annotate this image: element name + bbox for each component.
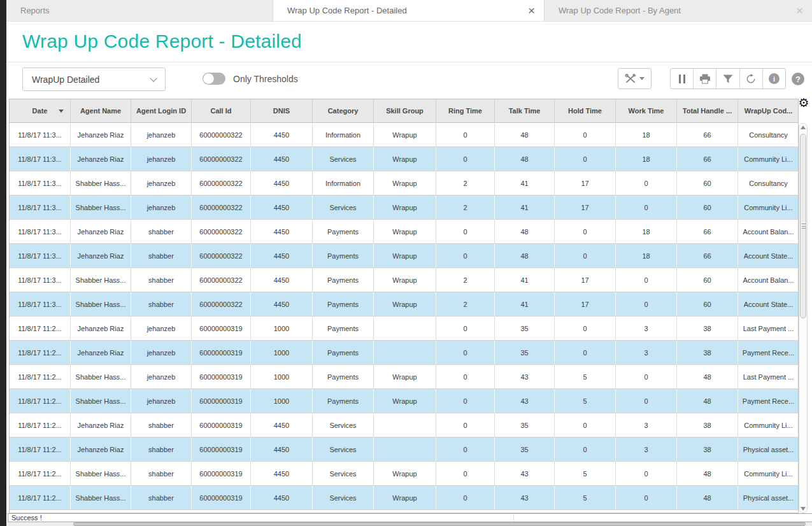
table-cell: Payments	[313, 365, 374, 389]
column-header-work-time[interactable]: Work Time	[616, 99, 677, 123]
column-header-agent-name[interactable]: Agent Name	[71, 99, 131, 123]
column-header-hold-time[interactable]: Hold Time	[555, 99, 616, 123]
table-cell: 17	[555, 171, 616, 195]
column-header-category[interactable]: Category	[313, 99, 374, 123]
pause-button[interactable]	[671, 69, 694, 89]
table-cell: Shabber Hass...	[71, 195, 131, 220]
table-row[interactable]: 11/8/17 11:2...Shabber Hass...shabber600…	[10, 462, 799, 486]
table-cell: 66	[677, 220, 738, 244]
column-header-skill-group[interactable]: Skill Group	[374, 99, 436, 123]
table-cell: Consultancy	[738, 171, 799, 195]
table-row[interactable]: 11/8/17 11:2...Shabber Hass...jehanzeb60…	[10, 389, 799, 413]
table-row[interactable]: 11/8/17 11:2...Shabber Hass...jehanzeb60…	[10, 365, 799, 389]
tools-icon	[625, 74, 636, 83]
table-row[interactable]: 11/8/17 11:3...Jehanzeb Riazshabber60000…	[10, 244, 799, 268]
horizontal-scrollbar[interactable]	[6, 522, 812, 526]
table-row[interactable]: 11/8/17 11:2...Jehanzeb Riazshabber60000…	[10, 437, 799, 462]
table-row[interactable]: 11/8/17 11:3...Jehanzeb Riazshabber60000…	[10, 220, 799, 244]
table-cell: 43	[495, 389, 555, 413]
scroll-down-arrow-icon[interactable]	[801, 507, 806, 511]
column-header-wrapup-cod[interactable]: WrapUp Cod...	[738, 99, 799, 123]
table-cell: 66	[677, 147, 738, 171]
table-row[interactable]: 11/8/17 11:3...Jehanzeb Riazjehanzeb6000…	[10, 147, 799, 171]
column-header-total-handle[interactable]: Total Handle ...	[677, 99, 738, 123]
column-header-date[interactable]: Date	[10, 99, 71, 123]
column-settings-gear-icon[interactable]	[797, 96, 811, 110]
table-cell: Payments	[313, 341, 374, 365]
divider	[6, 62, 812, 62]
table-cell: Wrapup	[374, 244, 436, 268]
table-cell: Shabber Hass...	[71, 462, 131, 486]
table-row[interactable]: 11/8/17 11:2...Jehanzeb Riazjehanzeb6000…	[10, 316, 799, 341]
table-cell: 3	[616, 316, 677, 341]
scroll-up-arrow-icon[interactable]	[801, 125, 806, 129]
table-cell: 35	[495, 316, 555, 341]
tab-reports[interactable]: Reports	[6, 0, 273, 21]
toggle-knob	[203, 73, 214, 84]
status-text: Success !	[11, 514, 42, 522]
table-cell: 17	[555, 292, 616, 316]
table-cell: Wrapup	[374, 123, 436, 147]
table-row[interactable]: 11/8/17 11:3...Shabber Hass...jehanzeb60…	[10, 171, 799, 195]
table-row[interactable]: 11/8/17 11:3...Shabber Hass...jehanzeb60…	[10, 195, 799, 220]
vertical-scrollbar-thumb[interactable]	[800, 134, 806, 318]
column-header-talk-time[interactable]: Talk Time	[495, 99, 555, 123]
table-cell: shabber	[131, 486, 192, 510]
table-cell: Services	[313, 147, 374, 171]
table-cell: Information	[313, 171, 374, 195]
table-row[interactable]: 11/8/17 11:2...Shabber Hass...shabber600…	[10, 486, 799, 510]
table-cell: Community Li...	[738, 462, 799, 486]
table-cell: 11/8/17 11:3...	[10, 292, 71, 316]
table-cell: 5	[555, 365, 616, 389]
table-row[interactable]: 11/8/17 11:3...Shabber Hass...shabber600…	[10, 268, 799, 292]
table-cell: 60000000319	[192, 486, 251, 510]
table-cell: Payments	[313, 244, 374, 268]
column-header-ring-time[interactable]: Ring Time	[436, 99, 495, 123]
column-header-dnis[interactable]: DNIS	[251, 99, 313, 123]
close-icon[interactable]: ×	[796, 4, 803, 17]
table-row[interactable]: 11/8/17 11:3...Shabber Hass...shabber600…	[10, 292, 799, 316]
table-header-row: DateAgent NameAgent Login IDCall IdDNISC…	[10, 99, 799, 123]
column-header-label: Category	[328, 107, 359, 115]
table-cell: 38	[677, 316, 738, 341]
table-cell: 60000000319	[192, 437, 251, 462]
column-header-label: Agent Name	[80, 107, 121, 115]
tab-wrapup-by-agent[interactable]: Wrap Up Code Report - By Agent ×	[545, 0, 812, 21]
table-cell: 0	[555, 437, 616, 462]
print-button[interactable]	[694, 69, 716, 89]
table-cell: jehanzeb	[131, 147, 192, 171]
table-cell: Wrapup	[374, 268, 436, 292]
table-row[interactable]: 11/8/17 11:2...Jehanzeb Riazjehanzeb6000…	[10, 341, 799, 365]
table-cell: 0	[555, 341, 616, 365]
only-thresholds-toggle[interactable]	[203, 73, 225, 85]
table-cell: Community Li...	[738, 413, 799, 437]
table-cell: Jehanzeb Riaz	[71, 341, 131, 365]
table-cell: jehanzeb	[131, 389, 192, 413]
horizontal-scrollbar-thumb[interactable]	[73, 522, 806, 526]
report-tools-button[interactable]	[618, 68, 652, 89]
refresh-button[interactable]	[740, 69, 763, 89]
table-cell: Shabber Hass...	[71, 389, 131, 413]
table-cell: 4450	[251, 462, 313, 486]
tab-label: Wrap Up Code Report - By Agent	[559, 6, 681, 15]
table-row[interactable]: 11/8/17 11:2...Jehanzeb Riazshabber60000…	[10, 413, 799, 437]
table-cell: 11/8/17 11:2...	[10, 462, 71, 486]
table-row[interactable]: 11/8/17 11:3...Jehanzeb Riazjehanzeb6000…	[10, 123, 799, 147]
column-header-agent-login-id[interactable]: Agent Login ID	[131, 99, 192, 123]
help-button[interactable]: ?	[792, 73, 804, 85]
table-cell: 0	[555, 244, 616, 268]
table-cell: Wrapup	[374, 171, 436, 195]
view-selector-dropdown[interactable]: WrapUp Detailed	[22, 68, 166, 91]
sort-desc-icon[interactable]	[59, 110, 64, 113]
tab-wrapup-detailed[interactable]: Wrap Up Code Report - Detailed ×	[273, 0, 545, 21]
vertical-scrollbar[interactable]	[799, 123, 808, 513]
table-cell: 48	[677, 486, 738, 510]
table-cell: 4450	[251, 220, 313, 244]
column-header-call-id[interactable]: Call Id	[192, 99, 251, 123]
table-cell: 11/8/17 11:2...	[10, 365, 71, 389]
info-button[interactable]: i	[763, 69, 785, 89]
table-cell: 0	[436, 389, 495, 413]
table-cell: 11/8/17 11:3...	[10, 171, 71, 195]
filter-button[interactable]	[716, 69, 739, 89]
close-icon[interactable]: ×	[528, 4, 535, 17]
